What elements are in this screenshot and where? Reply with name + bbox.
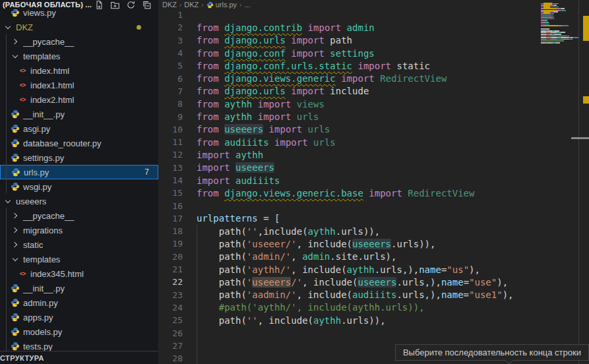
code-line-5[interactable]: 5from django.conf.urls.static import sta… xyxy=(158,59,541,72)
code-line-17[interactable]: 17urlpatterns = [ xyxy=(158,212,541,225)
tree-file-wsgi-py[interactable]: wsgi.py xyxy=(0,179,158,194)
tree-file-index-html[interactable]: <>index.html xyxy=(0,63,158,78)
workspace-title: (РАБОЧАЯ ОБЛАСТЬ) ... xyxy=(0,1,92,9)
line-number: 9 xyxy=(158,112,197,122)
tree-folder-templates[interactable]: templates xyxy=(0,252,158,266)
code-line-20[interactable]: 20 path('admin/', admin.site.urls), xyxy=(158,251,541,263)
code-line-4[interactable]: 4from django.conf import settings xyxy=(158,47,541,59)
code-line-10[interactable]: 10from useeers import urls xyxy=(158,123,541,136)
minimap-line-segment xyxy=(572,39,573,40)
minimap-line-segment xyxy=(555,30,559,32)
tree-folder-dkz[interactable]: DKZ xyxy=(0,20,158,34)
code-text: path('', include(aythh.urls)), xyxy=(197,315,386,326)
minimap-line-segment xyxy=(541,30,546,32)
tree-file-asgi-py[interactable]: asgi.py xyxy=(0,121,158,136)
tree-file--init-py[interactable]: __init__.py xyxy=(0,281,158,295)
tree-file-index1-html[interactable]: <>index1.html xyxy=(0,78,158,92)
breadcrumb-separator-icon: › xyxy=(239,1,242,9)
refresh-icon[interactable] xyxy=(126,0,136,10)
code-text: path('useeers/', include(useeers.urls,),… xyxy=(197,277,508,288)
code-text: from django.urls import path xyxy=(197,35,352,46)
tree-file-index345-html[interactable]: <>index345.html xyxy=(0,266,158,281)
tree-folder-useeers[interactable]: useeers xyxy=(0,194,158,208)
collapse-all-icon[interactable] xyxy=(142,0,152,10)
python-file-icon xyxy=(10,109,20,119)
code-line-13[interactable]: 13import useeers xyxy=(158,162,541,174)
line-number: 1 xyxy=(158,10,197,20)
tree-item-label: __pycache__ xyxy=(20,37,74,47)
code-text: from django.views.generic import Redirec… xyxy=(197,73,447,84)
tree-file-settings-py[interactable]: settings.py xyxy=(0,150,158,165)
code-text: urlpatterns = [ xyxy=(197,213,280,224)
minimap-line-segment xyxy=(558,25,563,26)
line-number: 5 xyxy=(158,61,197,71)
tree-file-database-roouter-py[interactable]: database_roouter.py xyxy=(0,136,158,150)
code-line-18[interactable]: 18 path('',include(aythh.urls)), xyxy=(158,225,541,237)
code-line-21[interactable]: 21 path('aythh/', include(aythh.urls,),n… xyxy=(158,263,541,276)
tree-item-label: wsgi.py xyxy=(20,182,51,192)
tree-folder-templates[interactable]: templates xyxy=(0,49,158,63)
code-line-1[interactable]: 1 xyxy=(158,9,541,21)
minimap-line-segment xyxy=(554,5,556,6)
python-file-icon xyxy=(10,152,20,163)
breadcrumb-item-dkz[interactable]: DKZ xyxy=(184,1,199,9)
new-folder-icon[interactable] xyxy=(110,0,120,10)
code-text: from useeers import urls xyxy=(197,124,330,135)
code-line-22[interactable]: 22 path('useeers/', include(useeers.urls… xyxy=(158,276,541,288)
code-line-9[interactable]: 9from aythh import urls xyxy=(158,110,541,123)
code-line-7[interactable]: 7from django.urls import include xyxy=(158,85,541,98)
code-text: import useeers xyxy=(197,162,274,173)
breadcrumb-item-urls-py[interactable]: urls.py xyxy=(206,1,237,9)
code-line-8[interactable]: 8from aythh import views xyxy=(158,98,541,110)
line-number: 26 xyxy=(158,328,197,338)
minimap-line-segment xyxy=(547,30,552,32)
code-line-26[interactable]: 26 xyxy=(158,326,541,339)
code-line-11[interactable]: 11from audiiits import urls xyxy=(158,136,541,148)
tree-file-apps-py[interactable]: apps.py xyxy=(0,310,158,324)
minimap-line-segment xyxy=(547,42,553,44)
code-line-12[interactable]: 12import aythh xyxy=(158,148,541,161)
code-text: import aythh xyxy=(197,150,263,160)
code-line-6[interactable]: 6from django.views.generic import Redire… xyxy=(158,72,541,84)
outline-section-header[interactable]: СТРУКТУРА xyxy=(0,351,158,364)
tree-file--init-py[interactable]: __init__.py xyxy=(0,107,158,121)
code-text: from aythh import views xyxy=(197,99,325,109)
breadcrumb-item-dkz[interactable]: DKZ xyxy=(162,1,177,9)
tree-folder-static[interactable]: static xyxy=(0,237,158,252)
code-line-16[interactable]: 16 xyxy=(158,199,541,212)
breadcrumb-item-label: DKZ xyxy=(184,1,199,9)
code-text: from django.conf import settings xyxy=(197,48,375,59)
new-file-icon[interactable] xyxy=(94,0,104,10)
code-line-14[interactable]: 14import audiiits xyxy=(158,174,541,187)
code-line-3[interactable]: 3from django.urls import path xyxy=(158,34,541,47)
tree-folder--pycache-[interactable]: __pycache__ xyxy=(0,34,158,49)
code-line-24[interactable]: 24 #path('aythh/', include(aythh.urls)), xyxy=(158,301,541,314)
minimap-line-segment xyxy=(547,28,549,30)
minimap-line-segment xyxy=(551,3,556,5)
minimap-line-segment xyxy=(547,13,551,15)
tree-folder--pycache-[interactable]: __pycache__ xyxy=(0,208,158,223)
code-line-15[interactable]: 15from django.views.generic.base import … xyxy=(158,187,541,199)
minimap-line-segment xyxy=(551,32,557,33)
problems-badge: 7 xyxy=(144,167,149,177)
code-line-19[interactable]: 19 path('useeer/', include(useeers.urls)… xyxy=(158,237,541,250)
minimap-line-segment xyxy=(543,18,548,20)
code-line-25[interactable]: 25 path('', include(aythh.urls)), xyxy=(158,314,541,326)
breadcrumb-separator-icon: › xyxy=(201,1,204,9)
minimap-line-segment xyxy=(541,34,546,35)
tree-file-models-py[interactable]: models.py xyxy=(0,324,158,339)
tree-item-label: index345.html xyxy=(28,269,84,279)
tree-file-index2-html[interactable]: <>index2.html xyxy=(0,92,158,107)
tree-folder-migrations[interactable]: migrations xyxy=(0,223,158,237)
line-number: 6 xyxy=(158,74,197,84)
python-file-icon xyxy=(10,283,20,293)
overview-ruler-mark xyxy=(583,16,589,41)
code-line-23[interactable]: 23 path('aadmin/', include(audiiits.urls… xyxy=(158,289,541,301)
tree-file-urls-py[interactable]: urls.py7 xyxy=(0,165,158,179)
tree-file-admin-py[interactable]: admin.py xyxy=(0,295,158,310)
minimap[interactable] xyxy=(541,1,578,67)
breadcrumb-item--[interactable]: ... xyxy=(244,1,250,9)
file-tree: views.pyDKZ__pycache__templates<>index.h… xyxy=(0,5,158,353)
code-line-2[interactable]: 2from django.contrib import admin xyxy=(158,21,541,34)
code-text: from audiiits import urls xyxy=(197,137,336,148)
